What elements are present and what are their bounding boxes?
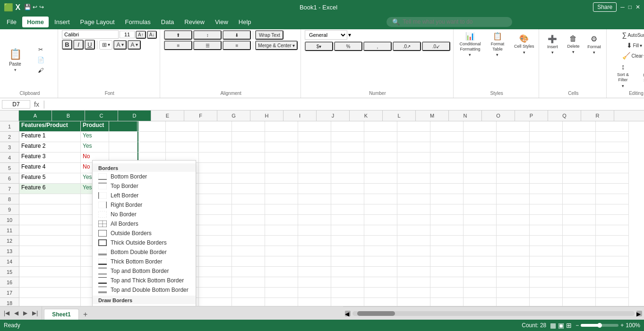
cell-i1[interactable]: [298, 121, 331, 132]
cell-l7[interactable]: [397, 184, 430, 194]
cell-o3[interactable]: [497, 142, 530, 153]
row-header-1[interactable]: 1: [0, 121, 19, 132]
decimal-decrease-button[interactable]: .0↙: [422, 42, 450, 51]
row-header-8[interactable]: 8: [0, 194, 19, 204]
cell-r1[interactable]: [596, 121, 629, 132]
borders-button[interactable]: ⊞▾: [99, 40, 112, 50]
wrap-text-button[interactable]: Wrap Text: [255, 30, 283, 40]
col-header-j[interactable]: J: [317, 110, 350, 121]
maximize-button[interactable]: □: [628, 4, 632, 10]
format-table-button[interactable]: 📋 Format Table ▾: [485, 30, 510, 59]
cell-g6[interactable]: [232, 173, 265, 184]
cell-m7[interactable]: [430, 184, 464, 194]
cell-j5[interactable]: [331, 163, 364, 173]
cell-j6[interactable]: [331, 173, 364, 184]
cell-r7[interactable]: [596, 184, 629, 194]
cell-h6[interactable]: [265, 173, 298, 184]
menu-insert[interactable]: Insert: [50, 17, 75, 27]
cell-m2[interactable]: [430, 132, 464, 142]
paste-button[interactable]: 📋 Paste ▾: [5, 30, 26, 90]
border-item-left[interactable]: Left Border: [93, 191, 196, 200]
menu-page-layout[interactable]: Page Layout: [76, 17, 120, 27]
cell-l3[interactable]: [397, 142, 430, 153]
menu-data[interactable]: Data: [156, 17, 179, 27]
border-item-top[interactable]: Top Border: [93, 181, 196, 191]
fill-color-button[interactable]: A▾: [113, 40, 127, 50]
cell-o5[interactable]: [497, 163, 530, 173]
share-button[interactable]: Share: [593, 2, 617, 12]
row-header-12[interactable]: 12: [0, 236, 19, 246]
menu-file[interactable]: File: [2, 17, 21, 27]
col-header-m[interactable]: M: [416, 110, 449, 121]
border-item-all[interactable]: All Borders: [93, 219, 196, 229]
cell-n6[interactable]: [464, 173, 497, 184]
cell-g5[interactable]: [232, 163, 265, 173]
font-size-decrease-button[interactable]: A↓: [147, 31, 157, 39]
cell-c3[interactable]: [109, 142, 137, 153]
row-header-17[interactable]: 17: [0, 288, 19, 298]
cell-h5[interactable]: [265, 163, 298, 173]
cell-q5[interactable]: [563, 163, 596, 173]
cell-a6[interactable]: Feature 5: [19, 173, 81, 184]
underline-button[interactable]: U: [85, 40, 95, 50]
col-header-a[interactable]: A: [19, 110, 52, 121]
cell-a5[interactable]: Feature 4: [19, 163, 81, 173]
row-header-10[interactable]: 10: [0, 215, 19, 225]
row-header-15[interactable]: 15: [0, 267, 19, 277]
row-header-11[interactable]: 11: [0, 225, 19, 236]
cell-a7[interactable]: Feature 6: [19, 184, 81, 194]
cell-c1[interactable]: [109, 121, 137, 132]
border-item-top-bottom[interactable]: Top and Bottom Border: [93, 266, 196, 276]
zoom-slider[interactable]: [581, 324, 618, 327]
cf-dropdown-arrow[interactable]: ▾: [469, 52, 471, 57]
border-item-top-thick-bottom[interactable]: Top and Thick Bottom Border: [93, 276, 196, 285]
copy-button[interactable]: 📄: [26, 55, 55, 65]
function-wizard-button[interactable]: fx: [32, 100, 41, 109]
col-header-d[interactable]: D: [118, 110, 151, 121]
cell-k4[interactable]: [364, 153, 397, 163]
decimal-increase-button[interactable]: .0↗: [393, 42, 421, 51]
border-item-outside[interactable]: Outside Borders: [93, 229, 196, 238]
cell-f3[interactable]: [199, 142, 232, 153]
row-header-7[interactable]: 7: [0, 184, 19, 194]
page-layout-view-button[interactable]: ▣: [558, 322, 564, 329]
border-item-thick-outside[interactable]: Thick Outside Borders: [93, 238, 196, 247]
cell-r4[interactable]: [596, 153, 629, 163]
row-header-16[interactable]: 16: [0, 277, 19, 288]
cell-k7[interactable]: [364, 184, 397, 194]
row-header-9[interactable]: 9: [0, 204, 19, 215]
clear-button[interactable]: 🧹 Clear▾: [620, 51, 644, 60]
cell-i5[interactable]: [298, 163, 331, 173]
currency-button[interactable]: $▾: [305, 42, 333, 51]
align-top-button[interactable]: ⬆: [164, 30, 192, 40]
cell-o4[interactable]: [497, 153, 530, 163]
sort-filter-button[interactable]: ↕ Sort & Filter ▾: [610, 61, 635, 90]
col-header-p[interactable]: P: [515, 110, 548, 121]
cell-c2[interactable]: [109, 132, 137, 142]
bold-button[interactable]: B: [62, 40, 72, 50]
cell-o1[interactable]: [497, 121, 530, 132]
border-item-thick-bottom[interactable]: Thick Bottom Border: [93, 257, 196, 266]
cell-m6[interactable]: [430, 173, 464, 184]
minimize-button[interactable]: ─: [620, 4, 625, 10]
menu-formulas[interactable]: Formulas: [120, 17, 155, 27]
cell-n2[interactable]: [464, 132, 497, 142]
normal-view-button[interactable]: ▦: [550, 322, 556, 329]
cell-j4[interactable]: [331, 153, 364, 163]
cell-i6[interactable]: [298, 173, 331, 184]
cell-a1[interactable]: Features/Product: [19, 121, 81, 132]
first-sheet-button[interactable]: |◀: [2, 309, 11, 317]
cell-p2[interactable]: [530, 132, 563, 142]
col-header-c[interactable]: C: [85, 110, 118, 121]
cell-h7[interactable]: [265, 184, 298, 194]
format-dropdown-arrow[interactable]: ▾: [593, 50, 595, 55]
cell-p3[interactable]: [530, 142, 563, 153]
insert-dropdown-arrow[interactable]: ▾: [551, 50, 554, 55]
col-header-h[interactable]: H: [250, 110, 283, 121]
col-header-o[interactable]: O: [482, 110, 515, 121]
delete-button[interactable]: 🗑 Delete ▾: [564, 30, 583, 59]
cell-e1[interactable]: [166, 121, 199, 132]
border-item-right[interactable]: Right Border: [93, 200, 196, 210]
cell-l4[interactable]: [397, 153, 430, 163]
cell-q2[interactable]: [563, 132, 596, 142]
